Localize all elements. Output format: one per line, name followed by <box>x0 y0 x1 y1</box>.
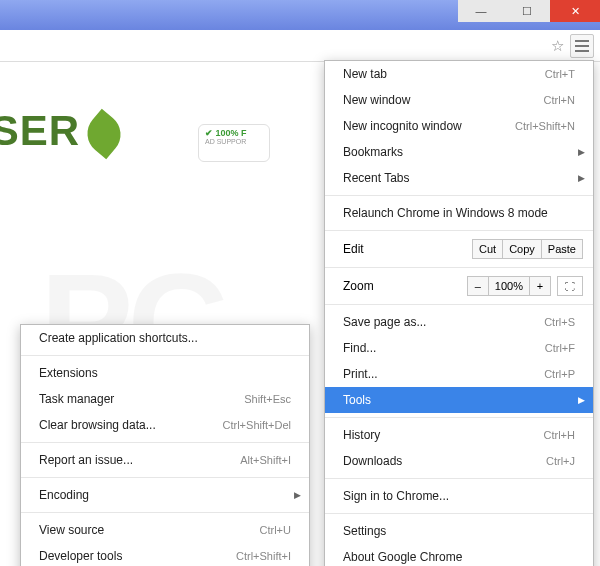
menu-incognito[interactable]: New incognito windowCtrl+Shift+N <box>325 113 593 139</box>
menu-downloads[interactable]: DownloadsCtrl+J <box>325 448 593 474</box>
cut-button[interactable]: Cut <box>472 239 503 259</box>
menu-save-page[interactable]: Save page as...Ctrl+S <box>325 309 593 335</box>
submenu-arrow-icon: ▶ <box>578 173 585 183</box>
fullscreen-icon[interactable]: ⛶ <box>557 276 583 296</box>
separator <box>325 417 593 418</box>
submenu-arrow-icon: ▶ <box>294 490 301 500</box>
badge-headline: ✔ 100% F <box>205 128 263 138</box>
browser-toolbar: ☆ <box>0 30 600 62</box>
submenu-view-source[interactable]: View sourceCtrl+U <box>21 517 309 543</box>
menu-relaunch-win8[interactable]: Relaunch Chrome in Windows 8 mode <box>325 200 593 226</box>
separator <box>21 442 309 443</box>
menu-tools[interactable]: Tools▶ <box>325 387 593 413</box>
edit-label: Edit <box>343 242 473 256</box>
separator <box>325 478 593 479</box>
maximize-button[interactable]: ☐ <box>504 0 550 22</box>
menu-edit-row: Edit Cut Copy Paste <box>325 235 593 263</box>
minimize-button[interactable]: — <box>458 0 504 22</box>
title-bar: — ☐ ✕ <box>0 0 600 30</box>
submenu-extensions[interactable]: Extensions <box>21 360 309 386</box>
menu-signin[interactable]: Sign in to Chrome... <box>325 483 593 509</box>
submenu-arrow-icon: ▶ <box>578 395 585 405</box>
leaf-icon <box>79 109 130 160</box>
menu-bookmarks[interactable]: Bookmarks▶ <box>325 139 593 165</box>
menu-about[interactable]: About Google Chrome <box>325 544 593 566</box>
copy-button[interactable]: Copy <box>502 239 542 259</box>
separator <box>325 304 593 305</box>
separator <box>325 513 593 514</box>
menu-zoom-row: Zoom – 100% + ⛶ <box>325 272 593 300</box>
separator <box>21 512 309 513</box>
separator <box>21 355 309 356</box>
submenu-report-issue[interactable]: Report an issue...Alt+Shift+I <box>21 447 309 473</box>
zoom-out-button[interactable]: – <box>467 276 489 296</box>
chrome-main-menu: New tabCtrl+T New windowCtrl+N New incog… <box>324 60 594 566</box>
separator <box>325 230 593 231</box>
bookmark-star-icon[interactable]: ☆ <box>551 37 564 55</box>
hamburger-menu-button[interactable] <box>570 34 594 58</box>
zoom-in-button[interactable]: + <box>529 276 551 296</box>
tools-submenu: Create application shortcuts... Extensio… <box>20 324 310 566</box>
submenu-developer-tools[interactable]: Developer toolsCtrl+Shift+I <box>21 543 309 566</box>
menu-new-tab[interactable]: New tabCtrl+T <box>325 61 593 87</box>
submenu-arrow-icon: ▶ <box>578 147 585 157</box>
menu-new-window[interactable]: New windowCtrl+N <box>325 87 593 113</box>
submenu-create-shortcuts[interactable]: Create application shortcuts... <box>21 325 309 351</box>
zoom-value: 100% <box>488 276 530 296</box>
separator <box>325 195 593 196</box>
submenu-encoding[interactable]: Encoding▶ <box>21 482 309 508</box>
menu-history[interactable]: HistoryCtrl+H <box>325 422 593 448</box>
menu-find[interactable]: Find...Ctrl+F <box>325 335 593 361</box>
submenu-task-manager[interactable]: Task managerShift+Esc <box>21 386 309 412</box>
menu-print[interactable]: Print...Ctrl+P <box>325 361 593 387</box>
promo-badge: ✔ 100% F AD SUPPOR <box>198 124 270 162</box>
paste-button[interactable]: Paste <box>541 239 583 259</box>
separator <box>21 477 309 478</box>
window-frame: — ☐ ✕ ☆ <box>0 0 600 62</box>
close-button[interactable]: ✕ <box>550 0 600 22</box>
separator <box>325 267 593 268</box>
submenu-clear-data[interactable]: Clear browsing data...Ctrl+Shift+Del <box>21 412 309 438</box>
menu-recent-tabs[interactable]: Recent Tabs▶ <box>325 165 593 191</box>
page-logo-fragment: WSER <box>0 107 122 155</box>
badge-subtext: AD SUPPOR <box>205 138 263 145</box>
menu-settings[interactable]: Settings <box>325 518 593 544</box>
zoom-label: Zoom <box>343 279 468 293</box>
